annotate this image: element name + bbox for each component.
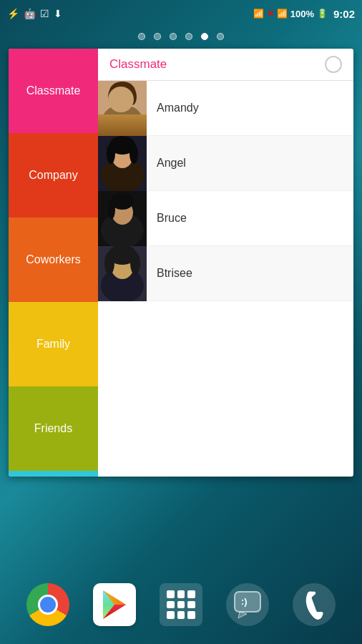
content-header: Classmate: [98, 49, 353, 81]
avatar-amandy: [98, 81, 147, 136]
svg-point-22: [104, 252, 114, 275]
grid-dot: [167, 590, 175, 598]
time-display: 9:02: [333, 8, 355, 20]
dock: :): [0, 565, 362, 644]
dot-1[interactable]: [138, 33, 145, 40]
contact-item-angel[interactable]: Angel: [98, 136, 353, 191]
playstore-icon: [93, 583, 136, 626]
avatar-angel: [98, 136, 147, 191]
svg-marker-28: [238, 612, 247, 618]
grid-dot: [167, 601, 175, 609]
grid-dot: [177, 611, 185, 619]
dock-item-apps[interactable]: [157, 580, 205, 629]
apps-grid-icon: [160, 583, 202, 626]
svg-point-2: [102, 104, 142, 136]
grid-dot: [187, 590, 195, 598]
dot-4[interactable]: [185, 33, 192, 40]
no-signal-icon: ✕: [267, 9, 274, 19]
svg-point-23: [130, 252, 140, 275]
download-icon: ⬇: [54, 8, 62, 19]
signal-icon: 📶: [277, 9, 288, 19]
battery-icon: 🔋: [317, 9, 328, 19]
contact-name-amandy: Amandy: [157, 102, 199, 114]
svg-point-11: [107, 144, 115, 164]
header-circle-button[interactable]: [325, 56, 342, 73]
sidebar-item-coworkers[interactable]: Coworkers: [9, 218, 98, 302]
category-sidebar: Classmate Company Coworkers Family Frien…: [9, 49, 98, 477]
dot-2[interactable]: [154, 33, 161, 40]
dock-item-messages[interactable]: :): [223, 580, 272, 629]
usb-icon: ⚡: [7, 8, 19, 19]
dock-item-chrome[interactable]: [24, 580, 72, 629]
svg-point-12: [129, 144, 138, 164]
contact-widget: Classmate Company Coworkers Family Frien…: [9, 49, 353, 477]
contact-name-btrisee: Btrisee: [157, 267, 192, 280]
android-icon: 🤖: [24, 8, 36, 19]
avatar-btrisee: [98, 246, 147, 301]
dot-3[interactable]: [170, 33, 177, 40]
grid-dot: [187, 601, 195, 609]
dock-item-phone[interactable]: [290, 580, 338, 629]
svg-point-5: [108, 88, 117, 105]
sidebar-item-friends[interactable]: Friends: [9, 386, 98, 471]
sidebar-item-company[interactable]: Company: [9, 133, 98, 218]
contact-item-amandy[interactable]: Amandy: [98, 81, 353, 136]
battery-text: 100%: [290, 9, 314, 19]
contact-list: Amandy Angel: [98, 81, 353, 477]
category-title: Classmate: [109, 57, 167, 72]
wifi-icon: 📶: [253, 9, 264, 19]
messages-icon: :): [226, 583, 269, 626]
page-dots: [0, 27, 362, 49]
dot-6[interactable]: [217, 33, 224, 40]
sidebar-bottom-bar: [9, 471, 98, 477]
contact-name-bruce: Bruce: [157, 212, 187, 225]
grid-dot: [177, 601, 185, 609]
avatar-bruce: [98, 191, 147, 246]
svg-point-17: [108, 200, 115, 219]
grid-dot: [167, 611, 175, 619]
contact-item-btrisee[interactable]: Btrisee: [98, 246, 353, 301]
sidebar-item-classmate[interactable]: Classmate: [9, 49, 98, 133]
grid-dot: [187, 611, 195, 619]
contact-name-angel: Angel: [157, 157, 186, 170]
svg-text::): :): [241, 596, 248, 607]
svg-rect-0: [98, 81, 147, 136]
chrome-icon: [26, 583, 69, 626]
grid-dot: [177, 590, 185, 598]
contact-content: Classmate Amandy: [98, 49, 353, 477]
dot-5-active[interactable]: [201, 33, 208, 40]
svg-point-3: [112, 89, 132, 110]
svg-rect-27: [235, 592, 260, 612]
sidebar-item-family[interactable]: Family: [9, 302, 98, 386]
phone-icon: [288, 578, 341, 630]
contact-item-bruce[interactable]: Bruce: [98, 191, 353, 246]
status-bar: ⚡ 🤖 ☑ ⬇ 📶 ✕ 📶 100% 🔋 9:02: [0, 0, 362, 27]
status-icons-left: ⚡ 🤖 ☑ ⬇: [7, 8, 62, 19]
status-icons-right: 📶 ✕ 📶 100% 🔋 9:02: [253, 8, 355, 20]
svg-point-4: [109, 82, 135, 102]
svg-point-6: [128, 88, 137, 105]
task-icon: ☑: [40, 8, 49, 19]
dock-item-playstore[interactable]: [90, 580, 139, 629]
